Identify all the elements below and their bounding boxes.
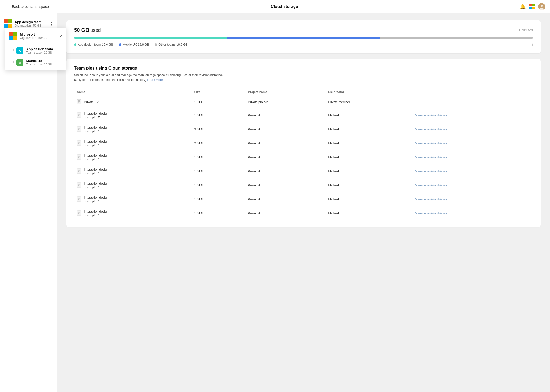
svg-rect-23 <box>77 169 81 174</box>
svg-rect-13 <box>78 128 80 129</box>
file-name: Interaction designconcept_01 <box>84 210 108 217</box>
dropdown-team-info-a: App design team Team space · 20 GB <box>26 47 63 54</box>
cell-size: 1.01 GB <box>191 164 245 178</box>
team-m-avatar: M <box>16 59 23 66</box>
manage-revision-link[interactable]: Manage revision history <box>415 127 447 131</box>
cell-name: Interaction designconcept_01 <box>74 122 191 136</box>
legend-dot-blue <box>119 43 121 46</box>
dropdown-item-mobile-ux[interactable]: └ M Mobile UX Team space · 20 GB <box>5 57 66 69</box>
cell-manage[interactable]: Manage revision history <box>412 136 533 150</box>
svg-rect-3 <box>77 99 81 104</box>
file-icon <box>77 112 82 118</box>
file-icon <box>77 196 82 202</box>
cell-size: 1.01 GB <box>191 150 245 164</box>
org-arrows-icon: ▲ ▼ <box>50 21 53 26</box>
cell-creator: Michael <box>325 122 412 136</box>
file-cell: Interaction designconcept_01 <box>77 210 189 217</box>
cell-size: 1.01 GB <box>191 108 245 122</box>
file-icon <box>77 140 82 146</box>
svg-rect-25 <box>78 170 80 171</box>
manage-revision-link[interactable]: Manage revision history <box>415 197 447 201</box>
file-cell: Interaction designconcept_01 <box>77 196 189 203</box>
storage-header: 50 GB used Unlimited <box>74 27 533 33</box>
indent-icon: └ <box>12 49 14 52</box>
file-icon <box>77 210 82 216</box>
file-cell: Interaction designconcept_01 <box>77 168 189 175</box>
team-m-name: Mobile UX <box>26 59 63 63</box>
table-desc-text2: (Only team Editors can edit the Pie's re… <box>74 78 146 82</box>
sidebar: App design team Organization · 50 GB ▲ ▼… <box>0 13 57 392</box>
cell-manage[interactable]: Manage revision history <box>412 178 533 192</box>
dropdown-item-microsoft[interactable]: Microsoft Organization · 50 GB ✓ <box>5 29 66 43</box>
svg-rect-6 <box>78 102 79 103</box>
org-sub: Organization · 50 GB <box>15 24 48 27</box>
manage-revision-link[interactable]: Manage revision history <box>415 113 447 117</box>
cell-name: Interaction designconcept_01 <box>74 192 191 206</box>
cell-size: 1.01 GB <box>191 206 245 220</box>
cell-creator: Michael <box>325 164 412 178</box>
file-icon <box>77 99 82 105</box>
file-icon <box>77 126 82 132</box>
cell-manage[interactable]: Manage revision history <box>412 206 533 220</box>
pies-table: Name Size Project name Pie creator Priva… <box>74 88 533 220</box>
svg-rect-4 <box>78 100 80 101</box>
legend-item-teal: App design team 16.6 GB <box>74 43 113 46</box>
cell-name: Interaction designconcept_01 <box>74 164 191 178</box>
cell-name: Interaction designconcept_01 <box>74 178 191 192</box>
file-cell: Interaction designconcept_01 <box>77 154 189 161</box>
table-desc-text1: Check the Pies in your Cloud and manage … <box>74 73 223 77</box>
header-actions: 🔔 <box>520 3 545 10</box>
table-row: Interaction designconcept_01 1.01 GBProj… <box>74 150 533 164</box>
avatar[interactable] <box>538 3 545 10</box>
table-row: Interaction designconcept_01 3.01 GBProj… <box>74 122 533 136</box>
cell-name: Interaction designconcept_01 <box>74 206 191 220</box>
notification-icon[interactable]: 🔔 <box>520 4 526 9</box>
table-head: Name Size Project name Pie creator <box>74 88 533 96</box>
table-row: Private Pie 1.01 GBPrivate projectPrivat… <box>74 96 533 108</box>
org-info: App design team Organization · 50 GB <box>15 20 48 27</box>
cell-manage[interactable]: Manage revision history <box>412 122 533 136</box>
manage-revision-link[interactable]: Manage revision history <box>415 183 447 187</box>
org-dropdown: Microsoft Organization · 50 GB ✓ └ A App… <box>5 28 66 70</box>
cell-project: Project A <box>245 192 325 206</box>
manage-revision-link[interactable]: Manage revision history <box>415 169 447 173</box>
file-name: Interaction designconcept_01 <box>84 154 108 161</box>
dropdown-item-app-design[interactable]: └ A App design team Team space · 20 GB <box>5 45 66 57</box>
team-a-sub: Team space · 20 GB <box>26 51 63 54</box>
table-row: Interaction designconcept_01 1.01 GBProj… <box>74 206 533 220</box>
file-name: Interaction designconcept_02 <box>84 112 108 119</box>
svg-rect-21 <box>78 156 80 157</box>
svg-rect-8 <box>78 114 80 114</box>
file-name: Interaction designconcept_01 <box>84 168 108 175</box>
cell-manage[interactable]: Manage revision history <box>412 150 533 164</box>
cell-manage[interactable]: Manage revision history <box>412 192 533 206</box>
manage-revision-link[interactable]: Manage revision history <box>415 141 447 145</box>
page-title: Cloud storage <box>271 4 298 9</box>
cell-manage[interactable]: Manage revision history <box>412 164 533 178</box>
dropdown-divider <box>5 44 66 44</box>
file-cell: Interaction designconcept_01 <box>77 126 189 133</box>
cell-creator: Michael <box>325 206 412 220</box>
cell-size: 1.01 GB <box>191 96 245 108</box>
storage-legend: App design team 16.6 GB Mobile UX 16.6 G… <box>74 42 533 47</box>
manage-revision-link[interactable]: Manage revision history <box>415 155 447 159</box>
org-logo-icon <box>4 20 12 28</box>
cell-creator: Private member <box>325 96 412 108</box>
bar-segment-teal <box>74 36 227 39</box>
learn-more-link[interactable]: Learn more. <box>147 78 164 82</box>
cell-creator: Michael <box>325 178 412 192</box>
svg-rect-30 <box>78 185 79 186</box>
cell-size: 2.01 GB <box>191 136 245 150</box>
svg-rect-20 <box>78 156 80 156</box>
back-button[interactable]: ← Back to personal space <box>5 4 49 9</box>
manage-revision-link[interactable]: Manage revision history <box>415 211 447 215</box>
dropdown-org-info: Microsoft Organization · 50 GB <box>20 33 57 40</box>
cell-manage[interactable]: Manage revision history <box>412 108 533 122</box>
col-size: Size <box>191 88 245 96</box>
svg-rect-29 <box>78 184 80 185</box>
svg-rect-12 <box>78 128 80 128</box>
storage-info-icon[interactable]: ℹ <box>531 42 533 47</box>
file-name: Interaction designconcept_01 <box>84 196 108 203</box>
cell-project: Project A <box>245 108 325 122</box>
cell-project: Project A <box>245 136 325 150</box>
